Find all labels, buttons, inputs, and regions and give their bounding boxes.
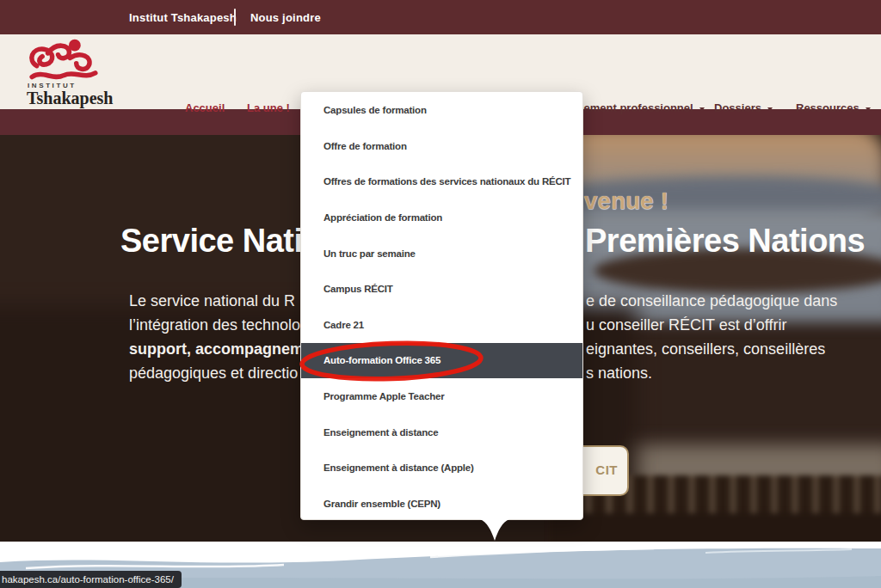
dropdown-item-enseignement-a-distance-apple[interactable]: Enseignement à distance (Apple) bbox=[301, 450, 582, 486]
nav-item-label: Ressources bbox=[796, 101, 859, 114]
topbar-site-link[interactable]: Institut Tshakapesh bbox=[129, 11, 237, 24]
dropdown-item-campus-recit[interactable]: Campus RÉCIT bbox=[301, 272, 582, 307]
nav-item-accueil[interactable]: Accueil bbox=[185, 101, 225, 114]
dropdown-item-programme-apple-teacher[interactable]: Programme Apple Teacher bbox=[301, 379, 582, 414]
hero-paragraph-line: l’intégration des technolo bbox=[129, 316, 300, 334]
dropdown-item-un-truc-par-semaine[interactable]: Un truc par semaine bbox=[301, 236, 582, 272]
formation-dropdown-menu: Capsules de formation Offre de formation… bbox=[300, 91, 583, 520]
top-utility-bar: Institut Tshakapesh Nous joindre bbox=[0, 0, 881, 34]
hero-title-right: Premières Nations bbox=[585, 222, 865, 260]
hero-title-left: Service Nati bbox=[120, 222, 303, 260]
nav-item-label: La une ! bbox=[247, 101, 290, 114]
hero-paragraph-line: pédagogiques et directio bbox=[129, 364, 298, 383]
site-logo[interactable]: INSTITUT Tshakapesh bbox=[9, 37, 120, 107]
nav-item-dossiers[interactable]: Dossiers bbox=[714, 101, 773, 114]
hero-paragraph-line: u conseiller RÉCIT est d’offrir bbox=[586, 316, 786, 334]
dropdown-item-capsules-de-formation[interactable]: Capsules de formation bbox=[301, 93, 582, 128]
dropdown-item-offres-services-nationaux-recit[interactable]: Offres de formations des services nation… bbox=[301, 164, 582, 199]
hero-welcome-text: venue ! bbox=[584, 187, 668, 215]
chevron-down-icon bbox=[699, 107, 705, 111]
link-url-statusbar: hakapesh.ca/auto-formation-office-365/ bbox=[0, 571, 182, 588]
tshakapesh-swirl-icon bbox=[24, 39, 103, 85]
dropdown-item-enseignement-a-distance[interactable]: Enseignement à distance bbox=[301, 415, 582, 450]
dropdown-item-grandir-ensemble-cepn[interactable]: Grandir ensemble (CEPN) bbox=[301, 487, 582, 522]
hero-paragraph-line: Le service national du R bbox=[129, 292, 295, 310]
dropdown-pointer-tail bbox=[480, 519, 509, 542]
hero-paragraph-line: support, accompagneme bbox=[129, 340, 312, 358]
dropdown-item-offre-de-formation[interactable]: Offre de formation bbox=[301, 129, 582, 164]
dropdown-item-auto-formation-office-365[interactable]: Auto-formation Office 365 bbox=[301, 343, 582, 378]
hero-cta-label-fragment: CIT bbox=[595, 462, 618, 477]
nav-item-ressources[interactable]: Ressources bbox=[796, 101, 871, 114]
chevron-down-icon bbox=[866, 107, 871, 111]
dropdown-item-appreciation-de-formation[interactable]: Appréciation de formation bbox=[301, 200, 582, 236]
hero-paragraph-line: e de conseillance pédagogique dans bbox=[586, 292, 837, 310]
nav-item-la-une[interactable]: La une ! bbox=[247, 101, 290, 114]
hero-paragraph-line: eignantes, conseillers, conseillères bbox=[586, 340, 825, 358]
nav-item-label: Accueil bbox=[185, 101, 225, 114]
dropdown-item-cadre-21[interactable]: Cadre 21 bbox=[301, 308, 582, 343]
topbar-contact-link[interactable]: Nous joindre bbox=[250, 11, 321, 24]
logo-text-tshakapesh: Tshakapesh bbox=[27, 89, 113, 108]
hero-paragraph-line: s nations. bbox=[586, 364, 652, 383]
chevron-down-icon bbox=[767, 107, 773, 111]
topbar-separator bbox=[234, 9, 236, 26]
nav-item-label: Dossiers bbox=[714, 101, 761, 114]
